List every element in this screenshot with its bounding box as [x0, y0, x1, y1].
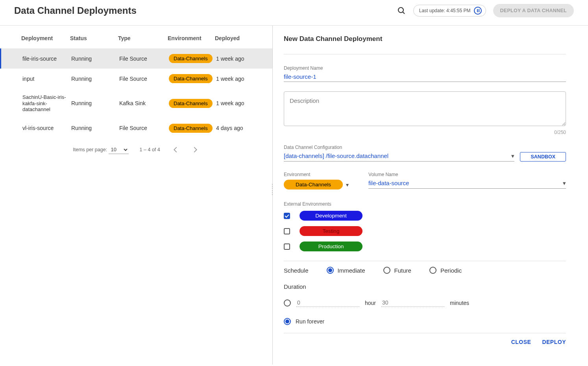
cell-type: Kafka Sink [119, 100, 169, 106]
volume-label: Volume Name [368, 172, 566, 177]
cell-status: Running [71, 125, 119, 131]
schedule-label: Schedule [284, 267, 309, 274]
environment-pill[interactable]: Data-Channels [284, 180, 343, 190]
sandbox-button[interactable]: SANDBOX [520, 152, 566, 162]
radio-label: Periodic [440, 267, 462, 274]
table-row[interactable]: SachinU-Basic-iris-kakfa-sink-datachanne… [0, 89, 272, 118]
cell-type: File Source [119, 125, 169, 131]
cell-env: Data-Channels [169, 99, 216, 108]
cell-status: Running [71, 56, 119, 62]
duration-radio[interactable] [284, 299, 291, 307]
col-deployed: Deployed [215, 35, 262, 41]
chevron-down-icon: ▾ [511, 152, 514, 160]
schedule-radio-immediate[interactable]: Immediate [327, 267, 365, 274]
volume-select[interactable]: file-data-source ▾ [368, 178, 566, 189]
cell-type: File Source [119, 76, 169, 82]
close-button[interactable]: CLOSE [511, 339, 531, 345]
duration-min-unit: minutes [450, 300, 469, 306]
resize-handle[interactable] [271, 183, 274, 196]
config-value: [data-channels] /file-source.datachannel [284, 152, 388, 160]
cell-deployment: vl-iris-source [22, 125, 71, 131]
cell-deployment: SachinU-Basic-iris-kakfa-sink-datachanne… [22, 94, 71, 113]
items-per-page-select[interactable]: 10 [109, 145, 129, 154]
deploy-data-channel-button[interactable]: DEPLOY A DATA CHANNEL [493, 4, 574, 17]
pause-icon[interactable] [474, 7, 482, 15]
col-status: Status [70, 35, 118, 41]
cell-deployed: 1 week ago [216, 56, 263, 62]
ext-env-checkbox-production[interactable] [284, 243, 290, 250]
col-type: Type [118, 35, 168, 41]
cell-type: File Source [119, 56, 169, 62]
description-textarea[interactable] [284, 91, 566, 126]
radio-label: Future [394, 267, 411, 274]
radio-icon [383, 267, 390, 274]
cell-deployment: file-iris-source [22, 56, 71, 62]
env-pill: Data-Channels [169, 74, 213, 83]
duration-label: Duration [284, 283, 566, 290]
col-deployment: Deployment [21, 35, 70, 41]
col-environment: Environment [168, 35, 215, 41]
radio-label: Immediate [338, 267, 365, 274]
table-header: Deployment Status Type Environment Deplo… [0, 26, 272, 48]
config-label: Data Channel Configuration [284, 145, 566, 150]
search-icon[interactable] [397, 6, 406, 15]
cell-deployed: 4 days ago [216, 125, 263, 131]
run-forever-label: Run forever [296, 318, 324, 325]
cell-deployed: 1 week ago [216, 100, 263, 106]
ext-env-badge-testing: Testing [300, 226, 362, 236]
config-select[interactable]: [data-channels] /file-source.datachannel… [284, 151, 514, 162]
cell-deployment: input [22, 76, 71, 82]
ext-env-badge-development: Development [300, 211, 362, 221]
cell-env: Data-Channels [169, 74, 216, 83]
run-forever-radio[interactable] [284, 318, 291, 325]
panel-title: New Data Channel Deployment [284, 35, 566, 54]
cell-status: Running [71, 76, 119, 82]
page-title: Data Channel Deployments [14, 5, 137, 16]
paginator: Items per page: 10 1 – 4 of 4 [0, 138, 272, 154]
table-row[interactable]: vl-iris-source Running File Source Data-… [0, 118, 272, 138]
env-pill: Data-Channels [169, 54, 213, 63]
items-per-page-label: Items per page: [73, 147, 107, 152]
environment-label: Environment [284, 172, 349, 177]
cell-env: Data-Channels [169, 54, 216, 63]
schedule-radio-periodic[interactable]: Periodic [429, 267, 462, 274]
cell-env: Data-Channels [169, 124, 216, 133]
chevron-down-icon: ▾ [563, 180, 566, 187]
svg-line-1 [403, 12, 405, 14]
cell-status: Running [71, 100, 119, 106]
ext-env-checkbox-testing[interactable] [284, 228, 290, 234]
svg-point-0 [398, 7, 403, 13]
last-update-text: Last update: 4:45:55 PM [419, 8, 471, 13]
duration-hour-input[interactable] [296, 299, 359, 307]
radio-icon [429, 267, 436, 274]
deployment-name-label: Deployment Name [284, 65, 566, 71]
schedule-radio-future[interactable]: Future [383, 267, 411, 274]
chevron-down-icon[interactable]: ▾ [346, 182, 349, 188]
cell-deployed: 1 week ago [216, 76, 263, 82]
deploy-button[interactable]: DEPLOY [542, 339, 566, 345]
table-row[interactable]: file-iris-source Running File Source Dat… [0, 48, 272, 69]
volume-value: file-data-source [368, 180, 409, 187]
env-pill: Data-Channels [169, 99, 213, 108]
radio-icon [327, 267, 334, 274]
page-range: 1 – 4 of 4 [140, 147, 160, 152]
deployment-name-input[interactable] [284, 72, 566, 82]
duration-hour-unit: hour [365, 300, 376, 306]
last-update-pill: Last update: 4:45:55 PM [413, 5, 486, 17]
ext-env-badge-production: Production [300, 242, 362, 251]
ext-env-checkbox-development[interactable] [284, 213, 290, 219]
env-pill: Data-Channels [169, 124, 213, 133]
description-char-count: 0/250 [554, 130, 566, 135]
duration-min-input[interactable] [381, 299, 444, 307]
external-envs-label: External Environments [284, 201, 566, 207]
next-page-icon[interactable] [191, 145, 200, 154]
prev-page-icon[interactable] [171, 145, 180, 154]
table-row[interactable]: input Running File Source Data-Channels … [0, 69, 272, 89]
